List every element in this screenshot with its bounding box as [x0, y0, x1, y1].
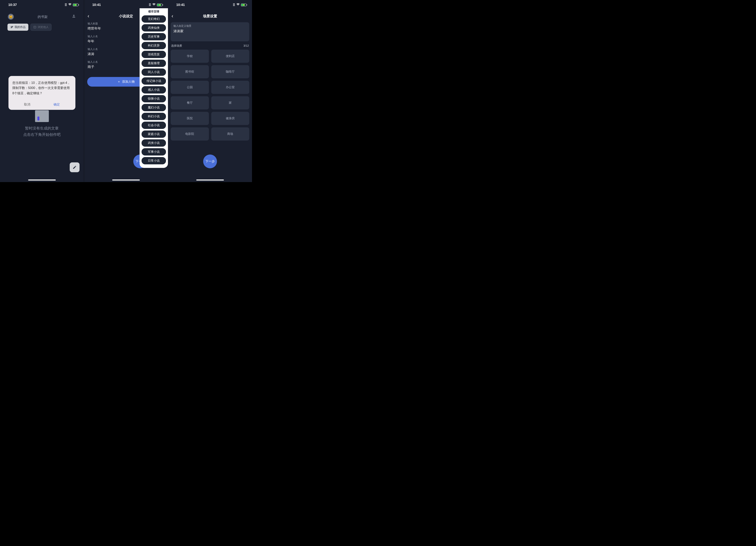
genre-option[interactable]: 武侠仙侠: [142, 24, 166, 31]
status-bar: 10:41 ⠿ ⚡: [168, 0, 252, 10]
scene-option[interactable]: 餐厅: [171, 96, 209, 109]
nav-header: ‹ 场景设置: [168, 10, 252, 21]
scene-select-header: 选择场景 3/12: [168, 44, 252, 50]
custom-scene-input[interactable]: 输入自定义场景 涛涛家: [171, 22, 249, 41]
genre-option[interactable]: 科幻灵异: [142, 42, 166, 49]
empty-illustration-icon: [35, 110, 49, 122]
scene-option[interactable]: 商场: [211, 127, 249, 141]
status-bar: 10:37 ⠿ ⚡: [0, 0, 84, 10]
genre-list: 玄幻奇幻武侠仙侠历史军事科幻灵异游戏竞技悬疑推理同人小说传记体小说感人小说惊悚小…: [142, 15, 166, 164]
svg-point-0: [73, 15, 74, 16]
wifi-icon: [152, 3, 156, 7]
page-title: 小说设定: [119, 14, 133, 19]
battery-icon: ⚡: [73, 4, 78, 6]
status-time: 10:41: [92, 3, 101, 7]
tab-myworks-label: 我的作品: [15, 25, 26, 29]
genre-option[interactable]: 科幻小说: [142, 113, 166, 120]
dialog-buttons: 取消 确定: [12, 99, 71, 110]
home-indicator[interactable]: [112, 180, 140, 180]
genre-option[interactable]: 惊悚小说: [142, 95, 166, 102]
bookshelf-header: 🐱 的书架: [0, 10, 84, 22]
genre-option[interactable]: 游戏竞技: [142, 51, 166, 58]
genre-option[interactable]: 传记体小说: [142, 77, 166, 85]
scene-option[interactable]: 电影院: [171, 127, 209, 141]
custom-scene-label: 输入自定义场景: [173, 24, 246, 28]
next-button[interactable]: 下一步: [203, 155, 217, 168]
back-icon[interactable]: ‹: [171, 13, 173, 19]
compose-fab[interactable]: [70, 162, 80, 172]
home-indicator[interactable]: [196, 180, 224, 180]
profile-icon[interactable]: [72, 14, 76, 19]
confirm-dialog: 您当前猫豆：10，正在使用模型：gpt-4，限制字数：5000，创作一次文章需要…: [8, 76, 75, 110]
add-character-label: 添加人物: [122, 80, 135, 84]
signal-icon: ⠿: [65, 3, 67, 7]
tab-browse-label: 浏览他人: [38, 25, 49, 29]
screen-scene-settings: 10:41 ⠿ ⚡ ‹ 场景设置 输入自定义场景 涛涛家 选择场景 3/12 学…: [168, 0, 252, 182]
dialog-message: 您当前猫豆：10，正在使用模型：gpt-4，限制字数：5000，创作一次文章需要…: [12, 80, 71, 96]
avatar-icon[interactable]: 🐱: [8, 14, 14, 20]
battery-icon: ⚡: [241, 4, 246, 6]
scene-option[interactable]: 家: [211, 96, 249, 109]
plus-icon: ＋: [117, 80, 120, 84]
genre-option[interactable]: 家庭小说: [142, 130, 166, 138]
scene-option[interactable]: 咖啡厅: [211, 65, 249, 78]
scene-option[interactable]: 公园: [171, 81, 209, 94]
screen-novel-settings: 10:41 ⠿ ⚡ ‹ 小说设定 输入标题 绝世年年输入人名 年年输入人名 涛涛…: [84, 0, 168, 182]
battery-icon: ⚡: [157, 4, 162, 6]
page-title: 的书架: [38, 15, 48, 19]
genre-option[interactable]: 魔幻小说: [142, 104, 166, 111]
scene-option[interactable]: 医院: [171, 112, 209, 125]
tab-browse[interactable]: 浏览他人: [30, 24, 52, 31]
page-title: 场景设置: [203, 14, 217, 19]
genre-peek-item[interactable]: 都市言情: [142, 9, 166, 14]
genre-option[interactable]: 军事小说: [142, 148, 166, 155]
home-indicator[interactable]: [28, 180, 56, 180]
genre-option[interactable]: 同人小说: [142, 68, 166, 76]
screen-bookshelf: 10:37 ⠿ ⚡ 🐱 的书架 我的作品 浏览他人 暂时没有生成的文章: [0, 0, 84, 182]
genre-option[interactable]: 悬疑推理: [142, 60, 166, 67]
wifi-icon: [68, 3, 72, 7]
genre-option[interactable]: 日常小说: [142, 157, 166, 164]
genre-option[interactable]: 武侠小说: [142, 139, 166, 147]
scene-grid: 学校便利店图书馆咖啡厅公园办公室餐厅家医院健身房电影院商场: [168, 50, 252, 141]
back-icon[interactable]: ‹: [88, 13, 89, 19]
tab-bar: 我的作品 浏览他人: [0, 22, 84, 33]
genre-dropdown[interactable]: 都市言情 玄幻奇幻武侠仙侠历史军事科幻灵异游戏竞技悬疑推理同人小说传记体小说感人…: [140, 8, 168, 168]
status-icons: ⠿ ⚡: [65, 3, 78, 7]
genre-option[interactable]: 社会小说: [142, 122, 166, 129]
empty-text-2: 点击右下角开始创作吧: [23, 131, 61, 138]
scene-option[interactable]: 办公室: [211, 81, 249, 94]
status-time: 10:37: [8, 3, 17, 7]
scene-option[interactable]: 健身房: [211, 112, 249, 125]
select-scene-label: 选择场景: [171, 44, 182, 48]
wifi-icon: [236, 3, 240, 7]
empty-state: 暂时没有生成的文章 点击右下角开始创作吧: [0, 110, 84, 138]
cancel-button[interactable]: 取消: [12, 99, 42, 110]
status-icons: ⠿ ⚡: [149, 3, 162, 7]
scene-option[interactable]: 学校: [171, 50, 209, 63]
signal-icon: ⠿: [233, 3, 235, 7]
genre-option[interactable]: 历史军事: [142, 33, 166, 40]
signal-icon: ⠿: [149, 3, 151, 7]
confirm-button[interactable]: 确定: [42, 99, 71, 110]
status-icons: ⠿ ⚡: [233, 3, 246, 7]
custom-scene-value: 涛涛家: [173, 29, 246, 33]
next-label: 下一步: [205, 159, 215, 164]
status-time: 10:41: [176, 3, 185, 7]
genre-option[interactable]: 玄幻奇幻: [142, 15, 166, 23]
genre-option[interactable]: 感人小说: [142, 86, 166, 93]
scene-option[interactable]: 图书馆: [171, 65, 209, 78]
scene-option[interactable]: 便利店: [211, 50, 249, 63]
tab-myworks[interactable]: 我的作品: [7, 24, 28, 31]
scene-counter: 3/12: [244, 44, 249, 48]
empty-text-1: 暂时没有生成的文章: [25, 125, 59, 131]
